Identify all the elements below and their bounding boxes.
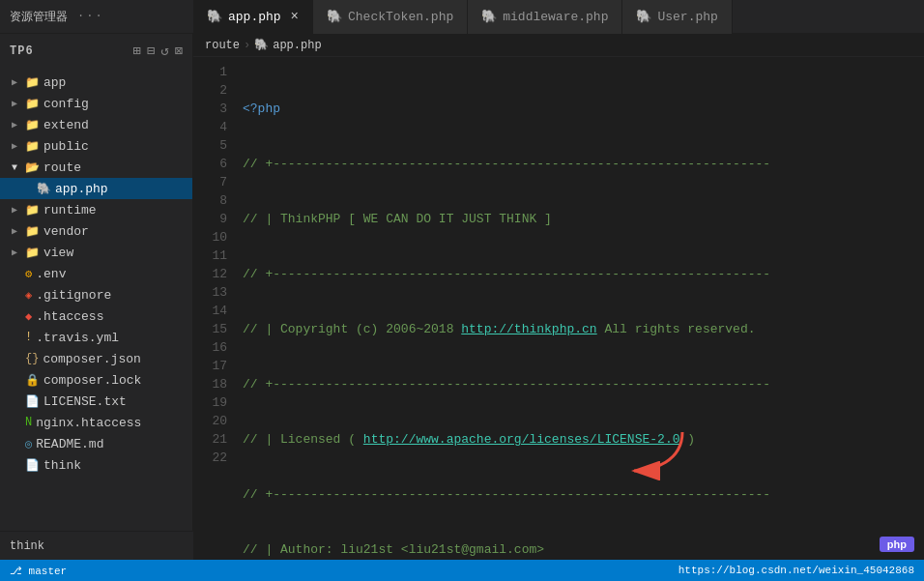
git-icon: ◈ [25, 288, 32, 303]
tree-item-label: composer.json [43, 352, 140, 366]
folder-icon: 📁 [25, 246, 40, 260]
more-dots[interactable]: ··· [77, 10, 104, 23]
file-tree: ▶ 📁 app ▶ 📁 config ▶ 📁 extend ▶ 📁 [0, 68, 192, 581]
main-layout: TP6 ⊞ ⊟ ↺ ⊠ ▶ 📁 app ▶ 📁 config [0, 34, 924, 581]
refresh-icon[interactable]: ↺ [160, 43, 168, 59]
line-numbers: 12345 678910 1112131415 1617181920 2122 [193, 57, 237, 581]
folder-icon: 📁 [25, 118, 40, 132]
tree-item-app-php[interactable]: 🐘 app.php [0, 178, 192, 199]
tree-item-label: runtime [43, 203, 97, 218]
sidebar-header: TP6 ⊞ ⊟ ↺ ⊠ [0, 34, 192, 68]
tree-item-label: route [43, 160, 81, 175]
file-icon: 📄 [25, 458, 40, 473]
content-area: route › 🐘 app.php 12345 678910 111213141… [193, 34, 924, 581]
arrow-icon: ▶ [12, 76, 21, 88]
tree-item-runtime[interactable]: ▶ 📁 runtime [0, 199, 192, 220]
php-icon: 🐘 [327, 9, 342, 24]
tab-user-php[interactable]: 🐘 User.php [622, 0, 732, 34]
tab-middleware-php[interactable]: 🐘 middleware.php [468, 0, 622, 34]
tree-item-env[interactable]: ⚙ .env [0, 263, 192, 284]
tree-item-readme[interactable]: ◎ README.md [0, 433, 192, 454]
tree-item-label: public [43, 139, 89, 154]
collapse-icon[interactable]: ⊠ [175, 43, 183, 59]
tree-item-label: LICENSE.txt [43, 394, 127, 409]
gear-icon: ⚙ [25, 267, 32, 281]
arrow-icon: ▶ [12, 225, 21, 237]
new-file-icon[interactable]: ⊞ [132, 43, 140, 59]
tree-item-label: .gitignore [36, 288, 111, 303]
breadcrumb-route: route [205, 39, 240, 52]
tree-item-route[interactable]: ▼ 📂 route [0, 157, 192, 178]
php-badge: php [880, 537, 914, 552]
tree-item-think[interactable]: 📄 think [0, 454, 192, 476]
code-line-3: // | ThinkPHP [ WE CAN DO IT JUST THINK … [243, 210, 924, 228]
code-line-4: // +------------------------------------… [243, 265, 924, 283]
title-bar-left: 资源管理器 ··· [0, 9, 193, 25]
code-line-6: // +------------------------------------… [243, 375, 924, 393]
tree-item-label: README.md [36, 437, 103, 451]
folder-icon: 📁 [25, 139, 40, 154]
sidebar-title: TP6 [10, 44, 125, 58]
new-folder-icon[interactable]: ⊟ [147, 43, 155, 59]
status-link: https://blog.csdn.net/weixin_45042868 [679, 565, 914, 576]
app-container: 资源管理器 ··· 🐘 app.php × 🐘 CheckToken.php 🐘… [0, 0, 924, 581]
tab-label: app.php [228, 10, 281, 24]
arrow-icon: ▶ [12, 247, 21, 258]
tree-item-travis[interactable]: ! .travis.yml [0, 327, 192, 348]
folder-icon: 📁 [25, 75, 40, 90]
tree-item-vendor[interactable]: ▶ 📁 vendor [0, 220, 192, 242]
php-file-icon: 🐘 [37, 182, 51, 196]
code-line-8: // +------------------------------------… [243, 485, 924, 504]
code-editor[interactable]: 12345 678910 1112131415 1617181920 2122 … [193, 57, 924, 581]
breadcrumb-file: app.php [273, 39, 321, 52]
tree-item-license[interactable]: 📄 LICENSE.txt [0, 391, 192, 412]
arrow-icon: ▼ [12, 162, 21, 173]
tree-item-gitignore[interactable]: ◈ .gitignore [0, 284, 192, 305]
tree-item-public[interactable]: ▶ 📁 public [0, 135, 192, 157]
tab-app-php[interactable]: 🐘 app.php × [193, 0, 313, 34]
php-icon: 🐘 [636, 9, 651, 24]
breadcrumb-php-icon: 🐘 [254, 38, 269, 52]
tab-label: middleware.php [503, 10, 608, 24]
tab-checktoken-php[interactable]: 🐘 CheckToken.php [313, 0, 468, 34]
sidebar-icons: ⊞ ⊟ ↺ ⊠ [132, 43, 183, 59]
arrow-icon: ▶ [12, 140, 21, 152]
status-left: ⎇ master [10, 565, 67, 577]
arrow-icon: ▶ [12, 204, 21, 216]
php-icon: 🐘 [481, 9, 497, 24]
tree-item-composer-json[interactable]: {} composer.json [0, 348, 192, 369]
tab-label: User.php [657, 10, 717, 24]
code-line-7: // | Licensed ( http://www.apache.org/li… [243, 430, 924, 449]
code-line-5: // | Copyright (c) 2006~2018 http://thin… [243, 320, 924, 338]
tree-item-label: config [43, 97, 89, 111]
travis-icon: ! [25, 331, 32, 344]
tab-label: CheckToken.php [348, 10, 453, 24]
tree-item-label: view [43, 246, 73, 260]
folder-open-icon: 📂 [25, 160, 40, 175]
lock-icon: 🔒 [25, 373, 40, 388]
text-icon: 📄 [25, 394, 40, 409]
tree-item-label: .travis.yml [36, 331, 119, 345]
tree-item-nginx[interactable]: N nginx.htaccess [0, 412, 192, 433]
tree-item-label: .env [36, 267, 66, 281]
tree-item-label: extend [43, 118, 89, 132]
tree-item-app[interactable]: ▶ 📁 app [0, 72, 192, 93]
tree-item-config[interactable]: ▶ 📁 config [0, 93, 192, 114]
tree-item-label: app [43, 75, 66, 90]
tree-item-extend[interactable]: ▶ 📁 extend [0, 114, 192, 135]
tree-item-view[interactable]: ▶ 📁 view [0, 242, 192, 263]
think-label: think [10, 539, 44, 553]
explorer-label: 资源管理器 [10, 9, 68, 25]
htaccess-icon: ◆ [25, 309, 32, 324]
tree-item-label: nginx.htaccess [36, 416, 141, 430]
branch-icon: ⎇ master [10, 565, 67, 577]
tree-item-composer-lock[interactable]: 🔒 composer.lock [0, 369, 192, 391]
title-bar: 资源管理器 ··· 🐘 app.php × 🐘 CheckToken.php 🐘… [0, 0, 924, 34]
close-icon[interactable]: × [291, 9, 299, 24]
sidebar: TP6 ⊞ ⊟ ↺ ⊠ ▶ 📁 app ▶ 📁 config [0, 34, 193, 581]
tree-item-label: composer.lock [43, 373, 141, 388]
tree-item-label: vendor [43, 224, 89, 239]
tree-item-htaccess[interactable]: ◆ .htaccess [0, 305, 192, 327]
code-line-9: // | Author: liu21st <liu21st@gmail.com> [243, 540, 924, 559]
markdown-icon: ◎ [25, 437, 32, 451]
